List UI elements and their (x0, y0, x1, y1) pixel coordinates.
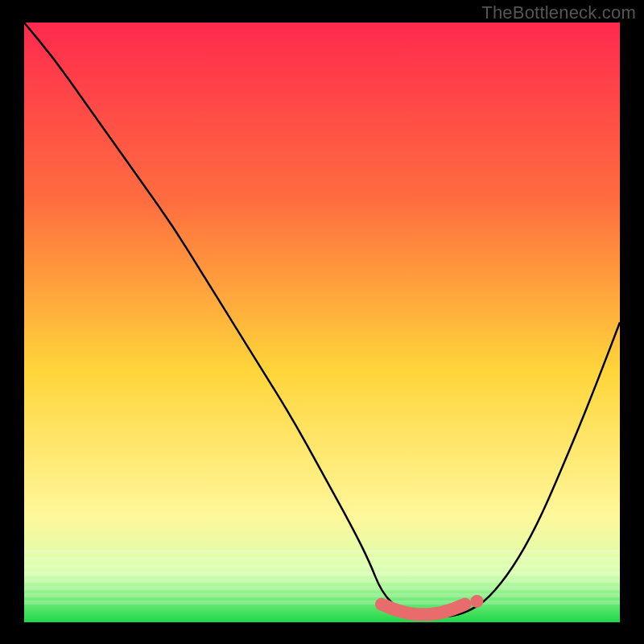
bottleneck-chart: TheBottleneck.com (0, 0, 644, 644)
band-line (24, 601, 620, 605)
optimal-end-dot (470, 595, 483, 608)
band-line (24, 550, 620, 554)
band-line (24, 593, 620, 597)
gradient-background (24, 23, 620, 622)
band-line (24, 572, 620, 576)
watermark-text: TheBottleneck.com (481, 2, 636, 23)
band-line (24, 586, 620, 590)
chart-svg (0, 0, 644, 644)
band-line (24, 579, 620, 583)
band-line (24, 564, 620, 568)
band-line (24, 557, 620, 561)
